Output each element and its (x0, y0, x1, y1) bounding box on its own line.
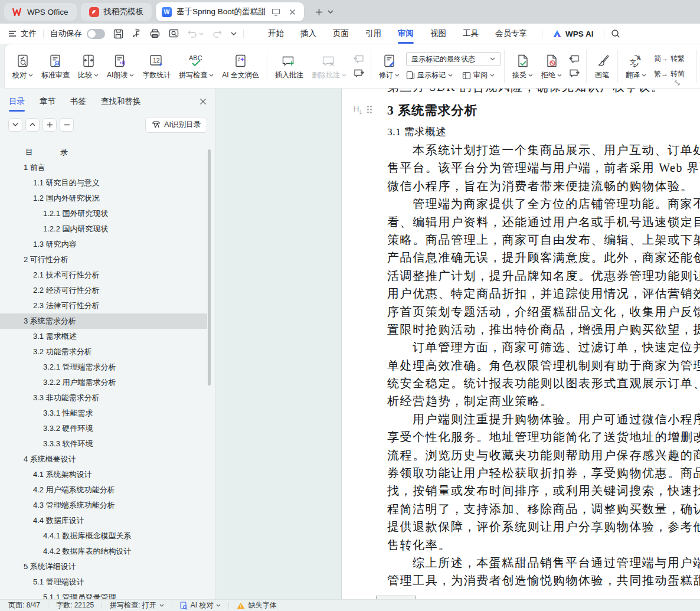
sidebar-tab-contents[interactable]: 目录 (9, 96, 25, 107)
track-changes-button[interactable]: 修订 (375, 53, 404, 80)
expand-all-button[interactable] (8, 118, 22, 132)
toc-item[interactable]: 2 可行性分析 (0, 252, 207, 267)
ai-recognize-toc-button[interactable]: AI识别目录 (145, 117, 207, 133)
page-indicator[interactable]: 页面: 8/47 (8, 600, 40, 610)
sidebar-tab-find-replace[interactable]: 查找和替换 (101, 96, 141, 107)
menu-item-member[interactable]: 会员专享 (495, 28, 527, 39)
heading-block-handle[interactable]: H1 (354, 104, 372, 115)
toc-item[interactable]: 3.3.2 硬件环境 (0, 421, 207, 436)
word-count-button[interactable]: 12 字数统计 (138, 53, 175, 80)
file-menu[interactable]: 文件 (8, 28, 37, 39)
ink-brush-button[interactable]: 画笔 (590, 53, 614, 80)
toc-item[interactable]: 3 系统需求分析 (0, 313, 207, 329)
print-preview-icon[interactable] (169, 29, 179, 39)
ai-read-aloud-button[interactable]: AI朗读 (103, 53, 138, 80)
autosave-toggle[interactable] (87, 29, 105, 39)
sidebar-scrollbar-thumb[interactable] (208, 149, 211, 385)
toc-item[interactable]: 1.1 研究目的与意义 (0, 175, 207, 191)
proofread-button[interactable]: 校对 (8, 53, 37, 80)
word-count-indicator[interactable]: 字数: 22125 (56, 600, 94, 610)
toc-item[interactable]: 3.2 功能需求分析 (0, 344, 207, 360)
show-markup-button[interactable]: 显示标记 (406, 70, 453, 80)
toc-item[interactable]: 4.4.2 数据库表的结构设计 (0, 544, 207, 559)
menu-item-start[interactable]: 开始 (268, 28, 284, 39)
zoom-out-outline-button[interactable] (60, 118, 74, 132)
standard-review-button[interactable]: 标准审查 (37, 53, 74, 80)
toc-document-title[interactable]: 目 录 (0, 145, 207, 160)
spell-check-button[interactable]: ABC 拼写检查 (175, 53, 218, 80)
to-simplified-button[interactable]: 繁→ 转简 (654, 69, 685, 79)
toc-item[interactable]: 5 系统详细设计 (0, 559, 207, 574)
present-monitor-icon[interactable] (270, 6, 282, 18)
close-tab-icon[interactable] (286, 6, 298, 18)
toc-item[interactable]: 2.1 技术可行性分析 (0, 267, 207, 283)
toc-item[interactable]: 3.2.2 用户端需求分析 (0, 375, 207, 390)
review-pane-button[interactable]: 审阅 (462, 70, 495, 80)
markup-state-dropdown[interactable]: 显示标记的最终状态 (406, 52, 501, 66)
toc-item[interactable]: 4 系统概要设计 (0, 452, 207, 467)
search-icon[interactable] (611, 29, 620, 38)
toc-item[interactable]: 4.4 数据库设计 (0, 513, 207, 528)
more-commands-chevron-icon[interactable] (231, 32, 237, 35)
export-pdf-icon[interactable] (132, 29, 141, 39)
menu-item-tools[interactable]: 工具 (463, 28, 479, 39)
toc-item[interactable]: 4.3 管理端系统功能分析 (0, 498, 207, 513)
redo-icon[interactable] (212, 30, 222, 38)
compare-button[interactable]: 比较 (74, 53, 103, 80)
collapse-all-button[interactable] (25, 118, 40, 132)
ai-polish-button[interactable]: AI 全文润色 (218, 53, 263, 80)
menu-item-insert[interactable]: 插入 (300, 28, 316, 39)
toc-item[interactable]: 3.3.1 性能需求 (0, 406, 207, 421)
print-icon[interactable] (150, 29, 160, 38)
toc-item[interactable]: 5.1 管理端设计 (0, 574, 207, 590)
delete-comment-button[interactable]: 删除批注 (308, 53, 351, 80)
to-traditional-button[interactable]: 简→ 转繁 (654, 54, 685, 64)
drag-handle-icon[interactable] (367, 106, 372, 113)
insert-comment-button[interactable]: 插入批注 (271, 53, 308, 80)
tab-wps-office[interactable]: WPS Office (4, 3, 77, 21)
toc-item[interactable]: 5.1.1 管理员登录管理 (0, 590, 207, 599)
toc-item[interactable]: 1.2 国内外研究状况 (0, 191, 207, 206)
wps-ai-button[interactable]: WPS AI (552, 30, 594, 38)
new-tab-button[interactable] (313, 6, 325, 18)
missing-font-warning[interactable]: 缺失字体 (237, 600, 276, 610)
menu-item-view[interactable]: 视图 (430, 28, 446, 39)
menu-item-review[interactable]: 审阅 (398, 28, 414, 39)
toc-item[interactable]: 1.2.1 国外研究现状 (0, 206, 207, 221)
tab-list-chevron-icon[interactable] (325, 6, 336, 18)
dialog-launcher-icon[interactable] (675, 80, 680, 86)
sidebar-tab-bookmarks[interactable]: 书签 (70, 96, 86, 107)
tab-docer-templates[interactable]: 找稻壳模板 (81, 3, 152, 21)
toc-item[interactable]: 4.1 系统架构设计 (0, 467, 207, 482)
toc-item[interactable]: 1.2.2 国内研究现状 (0, 221, 207, 237)
toc-item[interactable]: 2.2 经济可行性分析 (0, 283, 207, 298)
zoom-in-outline-button[interactable] (42, 118, 57, 132)
toc-item[interactable]: 3.3 非功能需求分析 (0, 390, 207, 406)
tab-document[interactable]: W 基于Spring Boot的蛋糕甜品 (156, 2, 304, 21)
toc-item[interactable]: 3.3.3 软件环境 (0, 436, 207, 452)
next-comment-icon[interactable] (354, 69, 364, 77)
reject-change-button[interactable]: 拒绝 (537, 53, 566, 80)
next-change-icon[interactable] (569, 69, 580, 77)
previous-change-icon[interactable] (569, 55, 580, 63)
ai-proofread-status[interactable]: AI 校对 (180, 600, 221, 610)
toc-item[interactable]: 1.3 研究内容 (0, 237, 207, 252)
previous-comment-icon[interactable] (354, 55, 364, 63)
toc-item[interactable]: 1 前言 (0, 160, 207, 175)
close-sidebar-icon[interactable] (199, 98, 207, 105)
toc-item[interactable]: 3.2.1 管理端需求分析 (0, 360, 207, 375)
menu-item-page[interactable]: 页面 (333, 28, 349, 39)
save-icon[interactable] (113, 29, 123, 39)
toc-item[interactable]: 3.1 需求概述 (0, 329, 207, 344)
toc-item[interactable]: 4.4.1 数据库概念模型关系 (0, 528, 207, 544)
toc-item[interactable]: 2.3 法律可行性分析 (0, 298, 207, 313)
accept-change-button[interactable]: 接受 (508, 53, 537, 80)
sidebar-tab-chapters[interactable]: 章节 (40, 96, 55, 107)
document-page[interactable]: H1 第三方 SDK 的合规风险，确保无知识产权争议。 3 系统需求分析 3.1… (341, 89, 700, 599)
review-pane-icon (462, 71, 471, 80)
toc-item[interactable]: 4.2 用户端系统功能分析 (0, 482, 207, 498)
menu-item-reference[interactable]: 引用 (365, 28, 381, 39)
spellcheck-status[interactable]: 拼写检查: 打开 (110, 600, 164, 610)
translate-button[interactable]: 文A 翻译 (622, 53, 650, 80)
undo-icon[interactable] (188, 30, 204, 38)
